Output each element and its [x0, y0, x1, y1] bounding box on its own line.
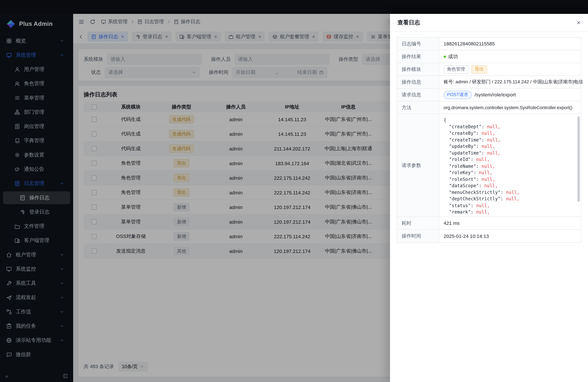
drawer-title: 查看日志 [398, 19, 420, 26]
detail-row-module: 操作模块 角色管理 导出 [397, 63, 581, 76]
close-icon[interactable]: × [577, 20, 581, 26]
module-tag: 角色管理 [444, 65, 468, 73]
detail-row-request: 请求信息 POST请求 /system/role/export [397, 88, 581, 101]
detail-row-params: 请求参数 { "createDept": null, "createBy": n… [397, 114, 581, 217]
status-dot [444, 55, 446, 58]
detail-row-cost: 耗时 421 ms [397, 217, 581, 230]
detail-row-log-id: 日志编号 1882612840802115585 [397, 38, 581, 50]
view-log-drawer: 查看日志 × 日志编号 1882612840802115585 操作结果 成功 … [390, 14, 588, 382]
detail-row-op-time: 操作时间 2025-01-24 10:14:13 [397, 230, 581, 242]
drawer-header: 查看日志 × [390, 14, 588, 32]
detail-row-method: 方法 org.dromara.system.controller.system.… [397, 101, 581, 114]
request-url: /system/role/export [475, 92, 516, 98]
detail-row-result: 操作结果 成功 [397, 50, 581, 63]
op-type-tag: 导出 [471, 65, 487, 73]
scrollbar-thumb[interactable] [578, 116, 580, 202]
drawer-body: 日志编号 1882612840802115585 操作结果 成功 操作模块 角色… [390, 32, 588, 248]
screen: Plus Admin 概览 系统管理 用户管理 [0, 0, 588, 382]
detail-row-info: 操作信息 账号: admin / 研发部门 / 222.175.114.242 … [397, 76, 581, 88]
request-params-json[interactable]: { "createDept": null, "createBy": null, … [439, 114, 581, 216]
status-text: 成功 [448, 53, 458, 60]
http-method-tag: POST请求 [444, 91, 472, 99]
log-details-table: 日志编号 1882612840802115585 操作结果 成功 操作模块 角色… [397, 37, 581, 243]
